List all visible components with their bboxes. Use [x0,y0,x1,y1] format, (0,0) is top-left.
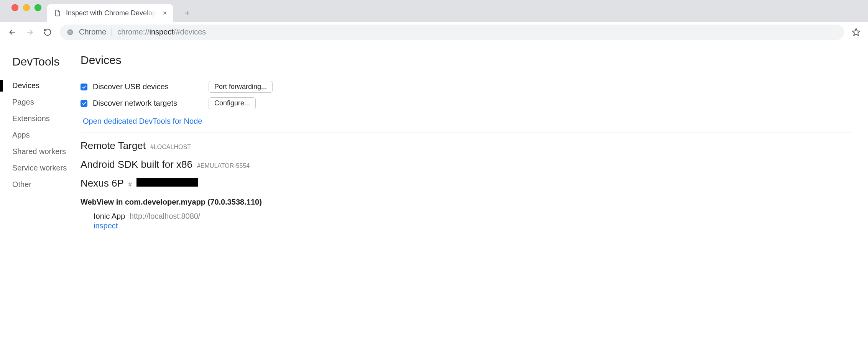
device-title: Nexus 6P [81,177,124,189]
omnibox-url: chrome://inspect/#devices [117,28,206,36]
back-button[interactable] [7,27,18,38]
sidebar-item-other[interactable]: Other [0,176,77,193]
target-name: Ionic App [94,212,125,220]
sidebar-item-pages[interactable]: Pages [0,94,77,110]
emulator-heading: Android SDK built for x86 #EMULATOR-5554 [81,159,853,170]
url-scheme: chrome:// [117,28,149,36]
browser-tab[interactable]: Inspect with Chrome Developer [47,4,173,22]
url-host: inspect [150,28,174,36]
option-discover-usb: Discover USB devices Port forwarding... [81,79,853,95]
sidebar-item-extensions[interactable]: Extensions [0,110,77,127]
content-pane: Devices Discover USB devices Port forwar… [77,42,868,341]
emulator-title: Android SDK built for x86 [81,159,192,170]
page-heading: Devices [81,54,853,73]
sidebar-item-shared-workers[interactable]: Shared workers [0,143,77,160]
open-node-devtools-link[interactable]: Open dedicated DevTools for Node [81,111,853,133]
window-minimize-button[interactable] [23,4,30,11]
target-url: http://localhost:8080/ [130,212,201,220]
option-discover-network: Discover network targets Configure... [81,95,853,111]
port-forwarding-button[interactable]: Port forwarding... [209,81,273,93]
label-discover-usb: Discover USB devices [93,82,169,91]
url-path: /#devices [174,28,206,36]
bookmark-button[interactable] [851,27,861,37]
device-hash: # [128,181,132,188]
sidebar-item-service-workers[interactable]: Service workers [0,160,77,176]
tab-title: Inspect with Chrome Developer [66,9,157,17]
forward-button[interactable] [25,27,35,38]
redacted-device-id [136,178,198,187]
address-bar[interactable]: Chrome chrome://inspect/#devices [60,25,844,40]
checkbox-discover-network[interactable] [81,100,87,107]
svg-point-2 [69,31,71,33]
sidebar: DevTools Devices Pages Extensions Apps S… [0,42,77,341]
checkbox-discover-usb[interactable] [81,84,87,90]
window-close-button[interactable] [12,4,18,11]
sidebar-title: DevTools [0,55,77,77]
sidebar-items: Devices Pages Extensions Apps Shared wor… [0,77,77,193]
remote-target-tag: #LOCALHOST [150,144,191,151]
inspect-devices-page: DevTools Devices Pages Extensions Apps S… [0,42,868,341]
reload-button[interactable] [42,27,53,38]
window-maximize-button[interactable] [35,4,41,11]
new-tab-button[interactable] [179,5,195,21]
device-heading: Nexus 6P # [81,177,853,189]
webview-line: WebView in com.developer.myapp (70.0.353… [81,198,853,207]
tab-strip: Inspect with Chrome Developer [0,0,868,22]
window-controls [5,0,47,22]
emulator-tag: #EMULATOR-5554 [197,162,250,169]
close-tab-button[interactable] [161,10,168,16]
browser-chrome: Inspect with Chrome Developer Chrome chr… [0,0,868,42]
sidebar-item-apps[interactable]: Apps [0,127,77,143]
omnibox-chip: Chrome [79,28,112,36]
inspect-link[interactable]: inspect [81,221,853,230]
remote-target-title: Remote Target [81,140,146,152]
label-discover-network: Discover network targets [93,99,177,108]
target-row: Ionic App http://localhost:8080/ [81,212,853,221]
sidebar-item-devices[interactable]: Devices [0,77,77,94]
chrome-icon [66,28,74,36]
configure-button[interactable]: Configure... [209,97,256,109]
browser-toolbar: Chrome chrome://inspect/#devices [0,22,868,42]
file-icon [54,9,61,17]
remote-target-heading: Remote Target #LOCALHOST [81,140,853,152]
